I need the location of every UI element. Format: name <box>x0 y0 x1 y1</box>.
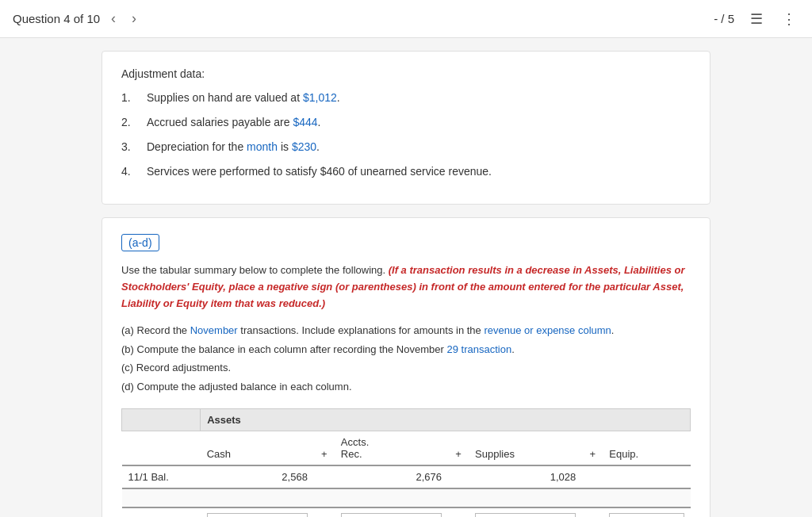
highlight-29: 29 <box>446 343 458 355</box>
highlight-november: November <box>190 324 238 336</box>
list-icon[interactable]: ☰ <box>747 7 766 31</box>
accts-rec-balance: 2,676 <box>335 465 448 488</box>
cash-balance: 2,568 <box>201 465 314 488</box>
instructions-block: Use the tabular summary below to complet… <box>121 262 691 312</box>
spacer-4 <box>314 507 335 517</box>
list-item: 2. Accrued salaries payable are $444. <box>121 114 691 131</box>
adjustment-data-body: Adjustment data: 1. Supplies on hand are… <box>102 52 710 204</box>
adjustment-data-card: Adjustment data: 1. Supplies on hand are… <box>102 51 710 205</box>
list-num: 3. <box>121 139 137 155</box>
plus-3: + <box>582 431 603 465</box>
balance-row-11-1: 11/1 Bal. 2,568 2,676 1,028 <box>122 465 691 488</box>
nav-right: - / 5 ☰ ⋮ <box>714 7 799 31</box>
accts-rec-top: Accts. <box>341 436 442 448</box>
step-b: (b) Compute the balance in each column a… <box>121 340 691 358</box>
plus-2: + <box>448 431 469 465</box>
highlight-transaction: transaction <box>462 343 512 355</box>
summary-table: Assets Cash + Accts. <box>121 408 691 517</box>
nov8-label: Nov. 8 <box>122 507 201 517</box>
spacer-2 <box>448 465 469 488</box>
list-item: 1. Supplies on hand are valued at $1,012… <box>121 90 691 106</box>
nov8-equip-input[interactable] <box>609 513 684 517</box>
col-header-accts-rec: Accts. Rec. <box>335 431 448 465</box>
nov8-input-row: Nov. 8 <box>122 507 691 517</box>
spacer-3 <box>582 465 603 488</box>
step-d: (d) Compute the adjusted balance in each… <box>121 377 691 396</box>
column-header-row: Cash + Accts. Rec. + Supplies <box>122 431 691 465</box>
col-header-cash: Cash <box>201 431 314 465</box>
balance-row-label: 11/1 Bal. <box>122 465 201 488</box>
highlight-value-2: $444 <box>293 116 317 128</box>
nov8-accts-rec-input-cell[interactable] <box>335 507 448 517</box>
assets-header: Assets <box>201 408 691 431</box>
nov8-supplies-input[interactable] <box>475 513 576 517</box>
list-text-4: Services were performed to satisfy $460 … <box>147 163 492 180</box>
tabular-summary: Assets Cash + Accts. <box>121 408 691 517</box>
question-counter: Question 4 of 10 <box>13 12 100 25</box>
instructions-intro: Use the tabular summary below to complet… <box>121 264 385 276</box>
highlight-value-1: $1,012 <box>303 91 337 104</box>
more-options-icon[interactable]: ⋮ <box>779 7 799 31</box>
nov8-accts-rec-input[interactable] <box>341 513 442 517</box>
nov8-cash-input-cell[interactable] <box>201 507 314 517</box>
top-nav-bar: Question 4 of 10 ‹ › - / 5 ☰ ⋮ <box>0 0 812 38</box>
nov8-equip-input-cell[interactable] <box>603 507 690 517</box>
spacer-1 <box>314 465 335 488</box>
list-item: 3. Depreciation for the month is $230. <box>121 139 691 155</box>
equip-balance <box>603 465 690 488</box>
part-ad-card: (a-d) Use the tabular summary below to c… <box>102 217 710 517</box>
spacer-5 <box>448 507 469 517</box>
nov8-cash-input[interactable] <box>207 513 308 517</box>
highlight-month: month <box>247 140 278 153</box>
highlight-revenue: revenue or expense column <box>484 324 611 336</box>
adjustment-list: 1. Supplies on hand are valued at $1,012… <box>121 90 691 180</box>
list-text-3: Depreciation for the month is $230. <box>147 139 320 155</box>
step-c: (c) Record adjustments. <box>121 358 691 377</box>
balance-row-spacer <box>122 488 691 507</box>
list-num: 2. <box>121 114 137 131</box>
col-header-equip: Equip. <box>603 431 690 465</box>
supplies-balance: 1,028 <box>469 465 582 488</box>
sub-instructions: (a) Record the November transactions. In… <box>121 321 691 396</box>
prev-question-button[interactable]: ‹ <box>106 7 121 30</box>
empty-balance-row <box>122 488 691 507</box>
list-num: 1. <box>121 90 137 106</box>
accts-rec-sub: Rec. <box>341 448 442 460</box>
nov8-supplies-input-cell[interactable] <box>469 507 582 517</box>
part-ad-body: (a-d) Use the tabular summary below to c… <box>102 218 710 517</box>
plus-1: + <box>314 431 335 465</box>
score-display: - / 5 <box>714 12 734 25</box>
row-label-spacer <box>122 408 201 431</box>
list-num: 4. <box>121 163 137 180</box>
col-spacer <box>122 431 201 465</box>
list-text-1: Supplies on hand are valued at $1,012. <box>147 90 340 106</box>
col-header-supplies: Supplies <box>469 431 582 465</box>
adjustment-data-label: Adjustment data: <box>121 67 691 80</box>
assets-header-row: Assets <box>122 408 691 431</box>
spacer-6 <box>582 507 603 517</box>
list-text-2: Accrued salaries payable are $444. <box>147 114 320 131</box>
page-content: Adjustment data: 1. Supplies on hand are… <box>89 38 723 517</box>
equip-label: Equip. <box>609 448 684 460</box>
next-question-button[interactable]: › <box>127 7 141 30</box>
step-a: (a) Record the November transactions. In… <box>121 321 691 339</box>
supplies-label: Supplies <box>475 448 576 460</box>
highlight-value-3: $230 <box>292 140 316 153</box>
nav-left: Question 4 of 10 ‹ › <box>13 7 714 30</box>
part-label: (a-d) <box>121 234 159 251</box>
col-cash-label: Cash <box>207 448 308 460</box>
list-item: 4. Services were performed to satisfy $4… <box>121 163 691 180</box>
